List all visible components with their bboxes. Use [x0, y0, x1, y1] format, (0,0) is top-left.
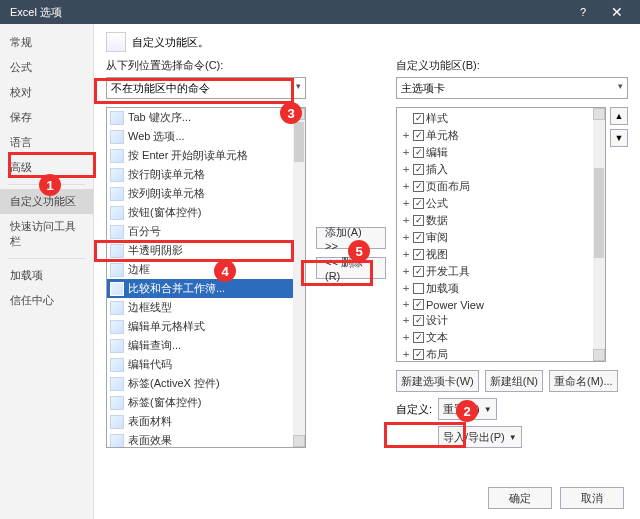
command-item[interactable]: 半透明阴影: [107, 241, 293, 260]
tree-twisty[interactable]: +: [401, 129, 411, 142]
cancel-button[interactable]: 取消: [560, 487, 624, 509]
command-item[interactable]: 编辑代码: [107, 355, 293, 374]
checkbox[interactable]: ✓: [413, 349, 424, 360]
checkbox[interactable]: ✓: [413, 181, 424, 192]
sidebar-item[interactable]: 语言: [0, 130, 93, 155]
scrollbar[interactable]: [593, 108, 605, 361]
checkbox[interactable]: ✓: [413, 315, 424, 326]
checkbox[interactable]: ✓: [413, 266, 424, 277]
command-item[interactable]: 比较和合并工作簿...: [107, 279, 293, 298]
sidebar-item[interactable]: 常规: [0, 30, 93, 55]
tree-node[interactable]: +✓插入: [399, 161, 591, 178]
tree-twisty[interactable]: +: [401, 331, 411, 344]
checkbox[interactable]: ✓: [413, 232, 424, 243]
choose-from-combo[interactable]: 不在功能区中的命令▾: [106, 77, 306, 99]
tree-twisty[interactable]: +: [401, 282, 411, 295]
command-icon: [110, 396, 124, 410]
remove-button[interactable]: << 删除(R): [316, 257, 386, 279]
tree-node[interactable]: +✓页面布局: [399, 178, 591, 195]
tree-node[interactable]: +✓设计: [399, 312, 591, 329]
command-item[interactable]: 按行朗读单元格: [107, 165, 293, 184]
tree-twisty[interactable]: +: [401, 314, 411, 327]
command-item[interactable]: 边框线型: [107, 298, 293, 317]
sidebar-item[interactable]: 快速访问工具栏: [0, 214, 93, 254]
tree-twisty[interactable]: +: [401, 180, 411, 193]
tree-twisty[interactable]: +: [401, 348, 411, 361]
new-group-button[interactable]: 新建组(N): [485, 370, 543, 392]
command-icon: [110, 187, 124, 201]
command-icon: [110, 149, 124, 163]
tree-twisty[interactable]: +: [401, 265, 411, 278]
move-down-button[interactable]: ▼: [610, 129, 628, 147]
command-item[interactable]: 按钮(窗体控件): [107, 203, 293, 222]
rename-button[interactable]: 重命名(M)...: [549, 370, 618, 392]
checkbox[interactable]: ✓: [413, 164, 424, 175]
checkbox[interactable]: ✓: [413, 249, 424, 260]
help-button[interactable]: ?: [566, 0, 600, 24]
tree-node[interactable]: +✓审阅: [399, 229, 591, 246]
checkbox[interactable]: ✓: [413, 147, 424, 158]
command-icon: [110, 339, 124, 353]
tree-twisty[interactable]: +: [401, 248, 411, 261]
sidebar-item[interactable]: 高级: [0, 155, 93, 180]
command-item[interactable]: Tab 键次序...: [107, 108, 293, 127]
checkbox[interactable]: ✓: [413, 215, 424, 226]
tree-node[interactable]: +✓开发工具: [399, 263, 591, 280]
reset-button[interactable]: 重置(E)▼: [438, 398, 497, 420]
tree-node[interactable]: +✓单元格: [399, 127, 591, 144]
close-button[interactable]: ✕: [600, 0, 634, 24]
checkbox[interactable]: ✓: [413, 299, 424, 310]
command-icon: [110, 111, 124, 125]
tree-twisty[interactable]: +: [401, 197, 411, 210]
command-item[interactable]: 百分号: [107, 222, 293, 241]
checkbox[interactable]: ✓: [413, 198, 424, 209]
new-tab-button[interactable]: 新建选项卡(W): [396, 370, 479, 392]
sidebar-item[interactable]: 公式: [0, 55, 93, 80]
command-item[interactable]: 表面效果: [107, 431, 293, 447]
customize-ribbon-combo[interactable]: 主选项卡▾: [396, 77, 628, 99]
tree-twisty[interactable]: +: [401, 214, 411, 227]
command-item[interactable]: 编辑查询...: [107, 336, 293, 355]
checkbox[interactable]: ✓: [413, 332, 424, 343]
tree-node[interactable]: +加载项: [399, 280, 591, 297]
tree-twisty[interactable]: +: [401, 163, 411, 176]
command-item[interactable]: 编辑单元格样式: [107, 317, 293, 336]
command-item[interactable]: 边框: [107, 260, 293, 279]
command-item[interactable]: 标签(ActiveX 控件): [107, 374, 293, 393]
sidebar-item[interactable]: 校对: [0, 80, 93, 105]
scrollbar[interactable]: [293, 108, 305, 447]
titlebar: Excel 选项 ? ✕: [0, 0, 640, 24]
tree-node[interactable]: +✓布局: [399, 346, 591, 361]
sidebar-item[interactable]: 加载项: [0, 263, 93, 288]
tree-twisty[interactable]: +: [401, 231, 411, 244]
tree-node[interactable]: +✓公式: [399, 195, 591, 212]
checkbox[interactable]: ✓: [413, 113, 424, 124]
tree-twisty[interactable]: +: [401, 146, 411, 159]
tree-node[interactable]: +✓视图: [399, 246, 591, 263]
custom-label: 自定义:: [396, 402, 432, 417]
tree-twisty[interactable]: +: [401, 298, 411, 311]
command-item[interactable]: 按 Enter 开始朗读单元格: [107, 146, 293, 165]
tree-node[interactable]: +✓编辑: [399, 144, 591, 161]
ok-button[interactable]: 确定: [488, 487, 552, 509]
command-item[interactable]: 按列朗读单元格: [107, 184, 293, 203]
checkbox[interactable]: ✓: [413, 130, 424, 141]
command-item[interactable]: 表面材料: [107, 412, 293, 431]
move-up-button[interactable]: ▲: [610, 107, 628, 125]
command-icon: [110, 244, 124, 258]
commands-listbox[interactable]: Tab 键次序...Web 选项...按 Enter 开始朗读单元格按行朗读单元…: [106, 107, 306, 448]
ribbon-tree[interactable]: ✓样式+✓单元格+✓编辑+✓插入+✓页面布局+✓公式+✓数据+✓审阅+✓视图+✓…: [396, 107, 606, 362]
tree-node[interactable]: ✓样式: [399, 110, 591, 127]
command-icon: [110, 377, 124, 391]
tree-node[interactable]: +✓数据: [399, 212, 591, 229]
import-export-button[interactable]: 导入/导出(P)▼: [438, 426, 522, 448]
checkbox[interactable]: [413, 283, 424, 294]
command-item[interactable]: Web 选项...: [107, 127, 293, 146]
sidebar-item[interactable]: 自定义功能区: [0, 189, 93, 214]
command-item[interactable]: 标签(窗体控件): [107, 393, 293, 412]
tree-node[interactable]: +✓文本: [399, 329, 591, 346]
sidebar-item[interactable]: 保存: [0, 105, 93, 130]
add-button[interactable]: 添加(A) >>: [316, 227, 386, 249]
tree-node[interactable]: +✓Power View: [399, 297, 591, 312]
sidebar-item[interactable]: 信任中心: [0, 288, 93, 313]
